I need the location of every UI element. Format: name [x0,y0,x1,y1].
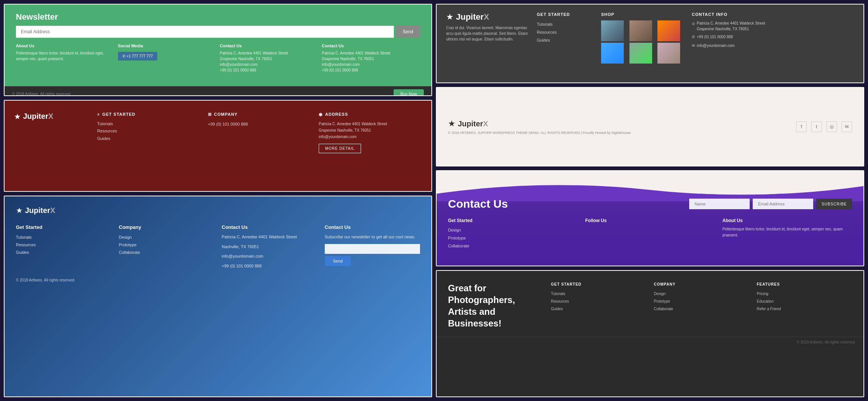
dark-header-logo-text: JupiterX [456,12,489,22]
panel-newsletter: Newsletter Send About Us Pellentesque li… [4,4,432,96]
tutorials-link[interactable]: Tutorials [97,120,200,128]
dark-header-contact: CONTACT INFO ⊙ Patricia C. Amedee 4401 W… [692,12,786,51]
blue-prototype[interactable]: Prototype [119,241,214,249]
photographers-headline: Great for Photographers,Artists and Busi… [448,282,543,330]
dark-header-star: ★ [446,12,454,22]
photo-resources[interactable]: Resources [551,298,646,305]
list-icon [97,112,100,117]
photo-refer[interactable]: Refer a Friend [757,305,852,313]
blue-contact-email: info@yourdomain.com [222,253,317,260]
logo-text: JupiterX [23,112,53,121]
photo-design[interactable]: Design [654,290,749,298]
dh-guides[interactable]: Guides [537,36,594,44]
shop-photo-6 [657,43,680,64]
building-icon [208,112,212,117]
purple-email-input[interactable] [753,199,813,209]
blue-resources[interactable]: Resources [16,241,111,249]
blue-newsletter-title: Contact Us [325,224,420,230]
send-button[interactable]: Send [396,26,420,38]
dh-tutorials[interactable]: Tutorials [537,20,594,28]
guides-link[interactable]: Guides [97,135,200,143]
blue-bottom-bar: © 2018 Artbees. All rights reserved. [16,278,420,282]
cream-left: ★ JupiterX © 2018 ARTBEES. JUPITER WORDP… [448,119,631,135]
photo-company-title: COMPANY [654,282,749,286]
contact-address-1: Patricia C. Amedee 4401 Waldeck Street G… [220,50,318,62]
purple-name-input[interactable] [689,199,750,209]
dark-header-logo-col: ★ JupiterX Cras id dui. Vivamus laoreet.… [446,12,529,42]
twitter-icon[interactable]: t [811,121,822,132]
blue-contact-address: Patricia C. Amedee 4401 Waldeck Street [222,234,317,241]
purple-subscribe-button[interactable]: SUBSCRIBE [816,199,852,209]
photo-guides[interactable]: Guides [551,305,646,313]
cream-copyright: © 2018 ARTBEES. JUPITER WORDPRESS THEME … [448,131,631,135]
facebook-icon[interactable]: f [796,121,807,132]
contact-email-text: info@yourdomain.com [697,42,735,49]
contact-phone-row: ✆ +99 (0) 101 0000 888 [692,34,786,40]
get-started-col: GET STARTED Tutorials Resources Guides [97,112,200,143]
more-detail-button[interactable]: MORE DETAIL [319,144,361,153]
about-col-text: Pellentesque libero tortor, tincidunt et… [16,50,114,62]
purple-follow-title: Follow Us [585,218,715,223]
blue-company-col: Company Design Prototype Collaborate [119,224,214,272]
purple-gs-title: Get Started [448,218,578,223]
blue-logo: ★ JupiterX [16,206,420,215]
get-started-title: GET STARTED [97,112,200,117]
address-title: ADDRESS [319,112,422,117]
blue-copyright: © 2018 Artbees. All rights reserved. [16,278,75,282]
purple-collaborate[interactable]: Collaborate [448,242,578,250]
contact-phone-2: +99 (0) 101 0000 888 [322,67,420,73]
shop-photo-3 [657,20,680,41]
instagram-icon[interactable]: ◎ [826,121,837,132]
contact-phone-1: +99 (0) 101 0000 888 [220,67,318,73]
phone-btn[interactable]: ✆ +1 777 777 777 [118,52,158,61]
photo-collaborate[interactable]: Collaborate [654,305,749,313]
photo-gs-title: GET STARTED [551,282,646,286]
panel-blue: ★ JupiterX Get Started Tutorials Resourc… [4,196,432,397]
purple-contact-title: Contact Us [448,197,682,210]
address-email: info@yourdomain.com [319,134,422,140]
blue-get-started-title: Get Started [16,224,111,230]
blue-contact-col: Contact Us Patricia C. Amedee 4401 Walde… [222,224,317,272]
dh-resources[interactable]: Resources [537,28,594,36]
purple-get-started-col: Get Started Design Prototype Collaborate [448,218,578,250]
buy-now-button[interactable]: Buy Now [394,89,424,96]
blue-design[interactable]: Design [119,234,214,241]
photo-pricing[interactable]: Pricing [757,290,852,298]
purple-design[interactable]: Design [448,226,578,234]
purple-about-text: Pellentesque libero tortor, tincidunt et… [722,226,852,238]
photo-features-col: FEATURES Pricing Education Refer a Frien… [757,282,852,330]
blue-collaborate[interactable]: Collaborate [119,249,214,256]
photo-company-col: COMPANY Design Prototype Collaborate [654,282,749,330]
phone-icon: ✆ [692,34,695,40]
resources-link[interactable]: Resources [97,127,200,135]
newsletter-copyright: © 2018 Artbees. All rights reserved. [12,92,71,96]
purple-prototype[interactable]: Prototype [448,234,578,242]
panel-purple: Contact Us SUBSCRIBE Get Started Design … [436,170,864,266]
dark-red-logo: ★ JupiterX [14,112,90,121]
photo-education[interactable]: Education [757,298,852,305]
blue-send-button[interactable]: Send [325,256,351,266]
purple-sub-form: SUBSCRIBE [689,199,852,209]
blue-newsletter-col: Contact Us Subscribe our newsletter to g… [325,224,420,272]
panel-cream: ★ JupiterX © 2018 ARTBEES. JUPITER WORDP… [436,87,864,166]
shop-photo-1 [601,20,624,41]
contact-col-1: Contact Us Patricia C. Amedee 4401 Walde… [220,44,318,73]
cream-logo-star: ★ [448,119,456,129]
blue-contact-title: Contact Us [222,224,317,230]
dark-header-gs-title: GET STARTED [537,12,594,17]
dark-header-contact-title: CONTACT INFO [692,12,786,17]
contact-email-row: ✉ info@yourdomain.com [692,42,786,49]
email-social-icon[interactable]: ✉ [842,121,852,132]
contact-address-row: ⊙ Patricia C. Amedee 4401 Waldeck Street… [692,20,786,32]
blue-logo-text: JupiterX [25,206,55,215]
photo-prototype[interactable]: Prototype [654,298,749,305]
contact-email-2: info@yourdomain.com [322,62,420,67]
photo-get-started-col: GET STARTED Tutorials Resources Guides [551,282,646,330]
photo-tutorials[interactable]: Tutorials [551,290,646,298]
pin-icon [319,112,323,117]
blue-tutorials[interactable]: Tutorials [16,234,111,241]
blue-email-input[interactable] [325,244,420,254]
email-input[interactable] [16,26,394,38]
blue-guides[interactable]: Guides [16,249,111,256]
blue-get-started-col: Get Started Tutorials Resources Guides [16,224,111,272]
